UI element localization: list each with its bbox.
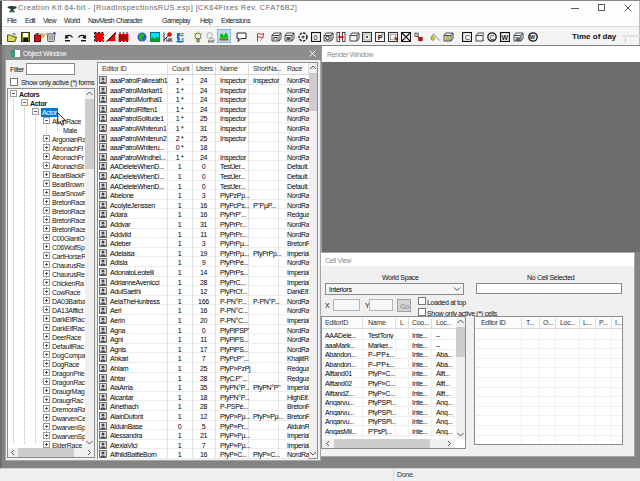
svg-text:W: W [516,36,521,42]
svg-text:W: W [502,34,509,41]
svg-text:HK: HK [166,38,173,43]
svg-text:0: 0 [314,33,318,42]
svg-text:DN: DN [208,39,214,44]
svg-text:C: C [465,33,471,42]
svg-text:C: C [490,34,495,41]
svg-text:W: W [530,34,536,40]
